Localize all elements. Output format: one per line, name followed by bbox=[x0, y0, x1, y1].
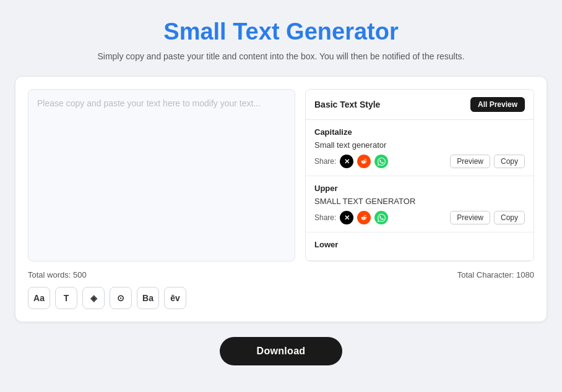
toolbar: Aa T ◈ ⊙ Ba ēv bbox=[28, 287, 534, 309]
share-row-capitalize: Share: ✕ bbox=[314, 155, 388, 168]
action-btns-capitalize: Preview Copy bbox=[450, 155, 525, 168]
action-btns-upper: Preview Copy bbox=[450, 211, 525, 224]
style-section-upper: Upper SMALL TEXT GENERATOR Share: ✕ bbox=[306, 176, 534, 232]
toolbar-btn-diamond[interactable]: ◈ bbox=[82, 287, 105, 309]
word-count: Total words: 500 bbox=[28, 270, 87, 279]
style-panel: Basic Text Style All Preview Capitalize … bbox=[305, 89, 534, 262]
download-button[interactable]: Download bbox=[220, 337, 343, 365]
toolbar-btn-ba[interactable]: Ba bbox=[137, 287, 159, 309]
page-subtitle: Simply copy and paste your title and con… bbox=[97, 51, 464, 61]
style-section-capitalize: Capitalize Small text generator Share: ✕ bbox=[306, 120, 534, 176]
style-upper-title: Upper bbox=[314, 184, 525, 193]
style-capitalize-preview: Small text generator bbox=[314, 140, 525, 150]
char-count: Total Character: 1080 bbox=[457, 270, 534, 279]
panel-title: Basic Text Style bbox=[314, 100, 380, 109]
all-preview-button[interactable]: All Preview bbox=[470, 97, 525, 112]
preview-btn-capitalize[interactable]: Preview bbox=[450, 155, 490, 168]
main-card: Basic Text Style All Preview Capitalize … bbox=[15, 76, 547, 322]
share-x-icon-upper[interactable]: ✕ bbox=[340, 211, 353, 224]
page-title: Small Text Generator bbox=[163, 19, 398, 45]
copy-btn-capitalize[interactable]: Copy bbox=[494, 155, 525, 168]
style-capitalize-actions: Share: ✕ bbox=[314, 155, 525, 168]
style-lower-title: Lower bbox=[314, 240, 525, 249]
share-row-upper: Share: ✕ bbox=[314, 211, 388, 224]
style-capitalize-title: Capitalize bbox=[314, 127, 525, 137]
card-inner: Basic Text Style All Preview Capitalize … bbox=[28, 89, 534, 262]
style-upper-actions: Share: ✕ bbox=[314, 211, 525, 224]
toolbar-btn-circle[interactable]: ⊙ bbox=[110, 287, 132, 309]
style-upper-preview: SMALL TEXT GENERATOR bbox=[314, 197, 525, 206]
text-input[interactable] bbox=[28, 89, 295, 262]
style-list: Capitalize Small text generator Share: ✕ bbox=[306, 120, 534, 261]
style-section-lower: Lower bbox=[306, 232, 534, 261]
copy-btn-upper[interactable]: Copy bbox=[494, 211, 525, 224]
toolbar-btn-t[interactable]: T bbox=[55, 287, 77, 309]
toolbar-btn-ev[interactable]: ēv bbox=[164, 287, 186, 309]
share-reddit-icon-capitalize[interactable] bbox=[357, 155, 371, 168]
panel-header: Basic Text Style All Preview bbox=[306, 90, 534, 120]
share-x-icon-capitalize[interactable]: ✕ bbox=[340, 155, 353, 168]
toolbar-btn-aa[interactable]: Aa bbox=[28, 287, 50, 309]
share-reddit-icon-upper[interactable] bbox=[357, 211, 371, 224]
share-label-capitalize: Share: bbox=[314, 157, 336, 166]
share-whatsapp-icon-capitalize[interactable] bbox=[374, 155, 388, 168]
preview-btn-upper[interactable]: Preview bbox=[450, 211, 490, 224]
share-whatsapp-icon-upper[interactable] bbox=[374, 211, 388, 224]
card-footer: Total words: 500 Total Character: 1080 bbox=[28, 270, 534, 279]
share-label-upper: Share: bbox=[314, 213, 336, 222]
